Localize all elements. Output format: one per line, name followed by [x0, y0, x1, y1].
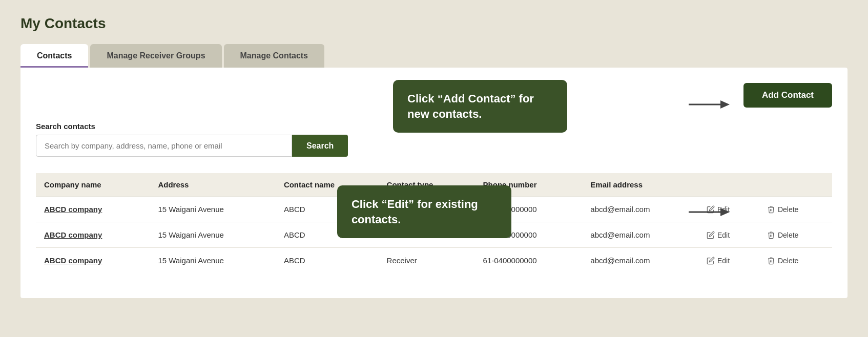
col-actions-2: [759, 173, 832, 197]
trash-icon: [767, 231, 775, 239]
tabs-row: Contacts Manage Receiver Groups Manage C…: [20, 44, 848, 68]
trash-icon: [767, 257, 775, 265]
col-address: Address: [150, 173, 275, 197]
tab-manage-contacts[interactable]: Manage Contacts: [224, 44, 324, 68]
add-contact-button[interactable]: Add Contact: [743, 83, 832, 108]
col-company-name: Company name: [36, 173, 150, 197]
delete-button-1[interactable]: Delete: [767, 231, 798, 239]
tab-manage-receiver-groups[interactable]: Manage Receiver Groups: [90, 44, 221, 68]
company-link-2[interactable]: ABCD company: [44, 256, 102, 265]
cell-address-2: 15 Waigani Avenue: [150, 248, 275, 273]
main-panel: Add Contact Search contacts Search Compa…: [20, 68, 848, 298]
company-link-0[interactable]: ABCD company: [44, 205, 102, 214]
col-email-address: Email address: [582, 173, 698, 197]
tab-contacts[interactable]: Contacts: [20, 44, 88, 68]
cell-company-1: ABCD company: [36, 222, 150, 248]
search-input[interactable]: [36, 135, 292, 157]
tooltip-edit-contact: Click “Edit” for existing contacts.: [337, 185, 511, 238]
cell-edit-2: Edit: [698, 248, 759, 273]
cell-email-0: abcd@email.com: [582, 197, 698, 222]
cell-delete-2: Delete: [759, 248, 832, 273]
search-button[interactable]: Search: [292, 135, 348, 157]
delete-button-2[interactable]: Delete: [767, 257, 798, 265]
edit-icon: [707, 257, 715, 265]
trash-icon: [767, 205, 775, 214]
table-row: ABCD company 15 Waigani Avenue ABCD Rece…: [36, 248, 832, 273]
edit-button-1[interactable]: Edit: [707, 231, 730, 239]
cell-email-2: abcd@email.com: [582, 248, 698, 273]
svg-marker-3: [720, 208, 730, 216]
edit-button-2[interactable]: Edit: [707, 257, 730, 265]
search-row: Search: [36, 135, 832, 157]
cell-address-1: 15 Waigani Avenue: [150, 222, 275, 248]
cell-company-2: ABCD company: [36, 248, 150, 273]
cell-company-0: ABCD company: [36, 197, 150, 222]
cell-phone-2: 61-0400000000: [475, 248, 583, 273]
tooltip-add-arrow: [689, 98, 730, 111]
cell-address-0: 15 Waigani Avenue: [150, 197, 275, 222]
cell-delete-0: Delete: [759, 197, 832, 222]
tooltip-edit-arrow: [689, 206, 730, 218]
tooltip-add-contact: Click “Add Contact” for new contacts.: [393, 80, 567, 133]
cell-delete-1: Delete: [759, 222, 832, 248]
cell-edit-1: Edit: [698, 222, 759, 248]
delete-button-0[interactable]: Delete: [767, 205, 798, 214]
col-actions-1: [698, 173, 759, 197]
cell-contact-name-2: ABCD: [276, 248, 379, 273]
cell-contact-type-2: Receiver: [379, 248, 475, 273]
edit-icon: [707, 231, 715, 239]
page-title: My Contacts: [20, 15, 848, 32]
cell-email-1: abcd@email.com: [582, 222, 698, 248]
company-link-1[interactable]: ABCD company: [44, 230, 102, 239]
svg-marker-1: [720, 100, 730, 109]
